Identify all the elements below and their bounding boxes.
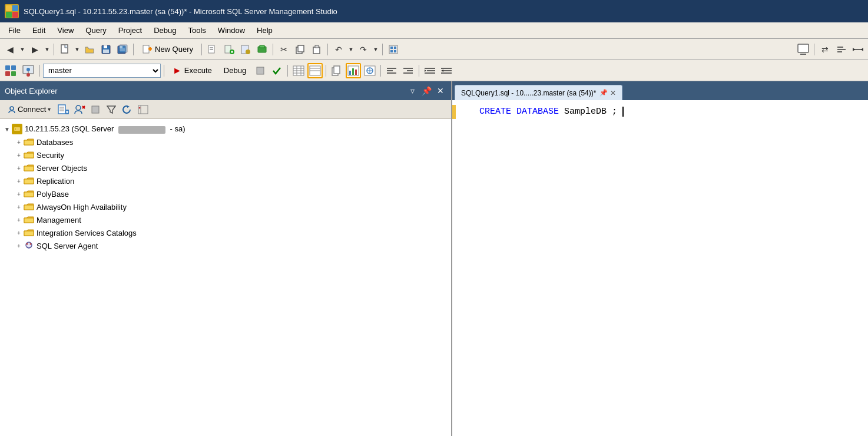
oe-pin-icon[interactable]: 📌: [420, 85, 432, 97]
object-explorer-panel: Object Explorer ▿ 📌 ✕ Connect ▾: [0, 81, 452, 436]
code-editor[interactable]: CREATE DATABASE SampleDB ;: [479, 105, 868, 119]
tree-item-management[interactable]: + Management: [12, 213, 451, 226]
cut-button[interactable]: ✂: [276, 42, 291, 57]
server-node[interactable]: ▼ 10.211.55.23 (SQL Server - sa): [0, 123, 451, 136]
alwayson-expand-icon[interactable]: +: [14, 202, 24, 212]
menu-tools[interactable]: Tools: [183, 25, 212, 36]
outdent-button[interactable]: [439, 63, 454, 78]
menu-help[interactable]: Help: [251, 25, 279, 36]
oe-filter-icon[interactable]: [104, 103, 118, 117]
toolbar-btn-a[interactable]: [205, 42, 220, 57]
query-editor-content[interactable]: CREATE DATABASE SampleDB ;: [452, 100, 868, 436]
management-expand-icon[interactable]: +: [14, 215, 24, 224]
tree-item-sql-agent[interactable]: + SQL Server Agent: [12, 239, 451, 252]
new-file-button[interactable]: [57, 42, 72, 57]
back-dropdown[interactable]: ▼: [19, 42, 26, 57]
back-button[interactable]: ◀: [2, 42, 18, 57]
view-button[interactable]: [386, 42, 401, 57]
tree-item-alwayson[interactable]: + AlwaysOn High Availability: [12, 200, 451, 213]
svg-point-102: [139, 107, 141, 108]
parse-button[interactable]: [269, 63, 284, 78]
copy-results-button[interactable]: [329, 63, 344, 78]
sql-agent-expand-icon[interactable]: +: [14, 241, 24, 250]
menu-project[interactable]: Project: [112, 25, 148, 36]
server-expand-icon[interactable]: ▼: [2, 124, 12, 134]
align-right-button[interactable]: [400, 63, 416, 78]
tab-close-icon[interactable]: ✕: [610, 89, 616, 97]
copy-button[interactable]: [293, 42, 308, 57]
connect-dropdown-arrow[interactable]: ▾: [48, 106, 51, 113]
redo-dropdown[interactable]: ▼: [372, 42, 379, 57]
new-query-button[interactable]: New Query: [137, 41, 198, 58]
svg-point-123: [26, 243, 28, 245]
align-left-button[interactable]: [384, 63, 399, 78]
tree-item-replication[interactable]: + Replication: [12, 174, 451, 187]
results-btn-2[interactable]: [307, 63, 323, 78]
management-label: Management: [37, 216, 81, 224]
integration-expand-icon[interactable]: +: [14, 228, 24, 237]
database-selector[interactable]: master: [43, 64, 161, 78]
toolbar2-btn-1[interactable]: [2, 62, 19, 79]
connect-button[interactable]: Connect ▾: [4, 103, 55, 117]
databases-expand-icon[interactable]: +: [14, 137, 24, 147]
zoom-button[interactable]: [796, 42, 811, 57]
oe-refresh-icon[interactable]: [120, 103, 134, 117]
toolbar-btn-c[interactable]: [238, 42, 253, 57]
extra-btn-3[interactable]: [850, 42, 866, 57]
replication-expand-icon[interactable]: +: [14, 176, 24, 186]
svg-rect-32: [390, 47, 393, 49]
separator-t2-5: [380, 65, 381, 77]
oe-objectexplorer-icon[interactable]: [136, 103, 150, 117]
polybase-expand-icon[interactable]: +: [14, 189, 24, 199]
oe-pin-down-icon[interactable]: ▿: [406, 85, 418, 97]
chart-button[interactable]: [346, 63, 361, 78]
undo-button[interactable]: ↶: [331, 42, 346, 57]
execute-button[interactable]: ► Execute: [167, 62, 217, 79]
oe-stop-icon[interactable]: [88, 103, 102, 117]
security-expand-icon[interactable]: +: [14, 150, 24, 160]
debug-button[interactable]: Debug: [218, 62, 251, 79]
tree-item-server-objects[interactable]: + Server Objects: [12, 161, 451, 174]
extra-btn-1[interactable]: ⇄: [817, 42, 833, 57]
new-file-dropdown[interactable]: ▼: [74, 42, 81, 57]
undo-dropdown[interactable]: ▼: [347, 42, 355, 57]
svg-rect-7: [104, 45, 107, 48]
save-all-button[interactable]: [115, 42, 130, 57]
menu-view[interactable]: View: [51, 25, 79, 36]
menu-query[interactable]: Query: [79, 25, 112, 36]
pivot-button[interactable]: [362, 63, 377, 78]
forward-button[interactable]: ▶: [27, 42, 42, 57]
indent-button[interactable]: [422, 63, 438, 78]
svg-rect-67: [355, 70, 357, 75]
tab-pin-icon[interactable]: 📌: [599, 89, 608, 97]
extra-btn-2[interactable]: [834, 42, 849, 57]
sql-identifier: SampleDB: [564, 107, 607, 117]
menu-file[interactable]: File: [2, 25, 26, 36]
oe-new-query-icon[interactable]: [57, 103, 71, 117]
save-button[interactable]: [98, 42, 114, 57]
tree-item-security[interactable]: + Security: [12, 148, 451, 161]
menu-window[interactable]: Window: [212, 25, 251, 36]
tree-item-polybase[interactable]: + PolyBase: [12, 187, 451, 200]
menu-edit[interactable]: Edit: [26, 25, 51, 36]
tree-item-databases[interactable]: + Databases: [12, 136, 451, 148]
separator-5: [327, 44, 328, 55]
sql-keyword-database: DATABASE: [516, 107, 559, 117]
toolbar-btn-d[interactable]: [254, 42, 270, 57]
toolbar2-btn-2[interactable]: [20, 62, 37, 79]
open-button[interactable]: [82, 42, 97, 57]
menu-debug[interactable]: Debug: [148, 25, 182, 36]
oe-close-icon[interactable]: ✕: [435, 85, 446, 97]
redo-button[interactable]: ↷: [356, 42, 371, 57]
query-tab[interactable]: SQLQuery1.sql - 10.....23.master (sa (54…: [455, 85, 622, 100]
paste-button[interactable]: [309, 42, 324, 57]
separator-2: [133, 44, 134, 55]
forward-dropdown[interactable]: ▼: [44, 42, 51, 57]
toolbar-btn-b[interactable]: [221, 42, 237, 57]
oe-disconnect-icon[interactable]: [72, 103, 87, 117]
stop-button[interactable]: [253, 63, 268, 78]
server-objects-expand-icon[interactable]: +: [14, 163, 24, 173]
svg-rect-97: [92, 106, 99, 113]
tree-item-integration[interactable]: + Integration Services Catalogs: [12, 226, 451, 239]
results-grid-button[interactable]: [291, 63, 306, 78]
